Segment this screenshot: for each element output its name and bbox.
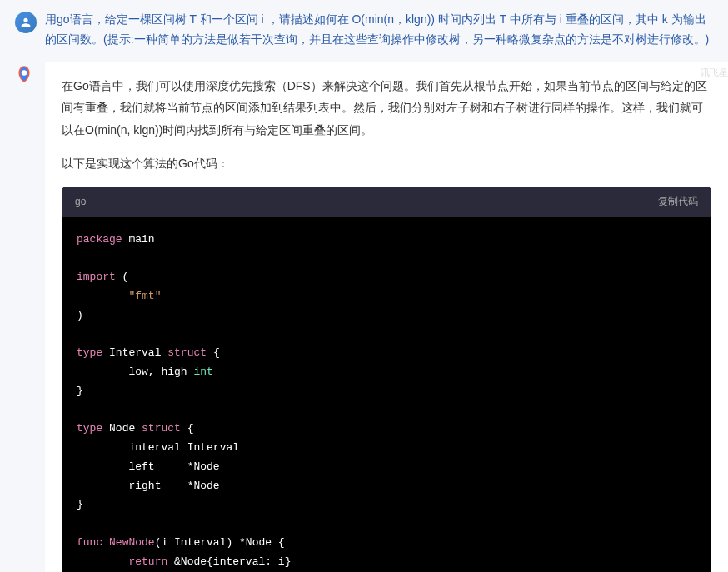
code-lang-label: go	[75, 196, 86, 207]
ai-avatar-icon	[12, 62, 37, 87]
field-left: left *Node	[128, 460, 219, 473]
answer-card: 讯飞星 在Go语言中，我们可以使用深度优先搜索（DFS）来解决这个问题。我们首先…	[45, 62, 728, 572]
kw-struct-2: struct	[142, 422, 181, 435]
answer-paragraph-1: 在Go语言中，我们可以使用深度优先搜索（DFS）来解决这个问题。我们首先从根节点…	[62, 75, 711, 142]
code-block: go 复制代码 package main import ( "fmt" ) ty…	[62, 187, 711, 572]
fn-newnode: NewNode	[109, 536, 155, 549]
kw-struct-1: struct	[167, 346, 207, 359]
type-int: int	[193, 366, 212, 378]
kw-return: return	[128, 555, 167, 568]
code-header: go 复制代码	[62, 187, 711, 217]
question-text: 用go语言，给定一棵区间树 T 和一个区间 i ，请描述如何在 O(min(n，…	[45, 10, 713, 50]
str-fmt: "fmt"	[128, 290, 161, 302]
field-interval: interval Interval	[128, 441, 239, 454]
answer-paragraph-2: 以下是实现这个算法的Go代码：	[62, 152, 711, 175]
newnode-body: &Node{interval: i}	[174, 555, 291, 568]
watermark-label: 讯飞星	[701, 67, 728, 79]
kw-import: import	[77, 271, 116, 283]
kw-type-2: type	[77, 422, 102, 435]
kw-func-1: func	[77, 536, 102, 549]
field-right: right *Node	[128, 480, 219, 492]
type-node: Node	[109, 422, 135, 435]
answer-section: 讯飞星 在Go语言中，我们可以使用深度优先搜索（DFS）来解决这个问题。我们首先…	[0, 62, 728, 572]
kw-package: package	[77, 233, 122, 246]
code-body: package main import ( "fmt" ) type Inter…	[62, 217, 711, 572]
copy-code-button[interactable]: 复制代码	[658, 195, 698, 209]
newnode-sig: (i Interval) *Node {	[155, 536, 285, 549]
svg-point-0	[22, 70, 27, 76]
field-low-high: low, high	[128, 366, 187, 378]
user-avatar-icon	[15, 12, 37, 33]
kw-type-1: type	[77, 346, 102, 359]
question-section: 用go语言，给定一棵区间树 T 和一个区间 i ，请描述如何在 O(min(n，…	[0, 0, 728, 62]
ident-main: main	[128, 233, 154, 246]
type-interval: Interval	[109, 346, 161, 359]
